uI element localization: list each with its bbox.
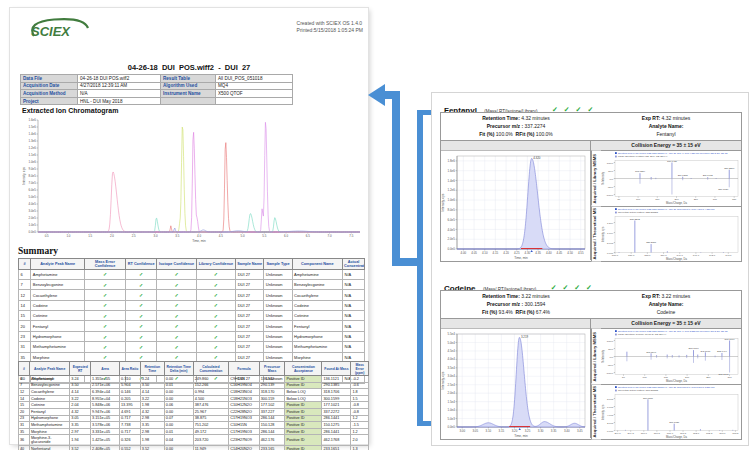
table-cell: ✓ [157,311,196,321]
svg-text:4.40: 4.40 [546,251,552,255]
codeine-library-msms-chart: Spectrum from 04-26-18 DUI POS.wiff2 (sa… [601,329,741,383]
table-cell: C9H13N [229,376,260,383]
table-cell: 4.691 [120,408,141,415]
printed-line: Printed:5/15/2018 1:05:24 PM [297,27,363,34]
table-cell: 14 [19,395,30,402]
table-cell: 1.98 [140,435,164,446]
svg-text:0.0e0: 0.0e0 [448,247,456,251]
svg-text:3.25: 3.25 [525,429,531,433]
table-cell: Morphine [29,428,69,435]
svg-text:5.0e5: 5.0e5 [29,195,37,199]
table-cell: 318.1706 [322,389,351,396]
table-cell: 177.102 [259,402,285,409]
table-cell: 0.01 [164,428,193,435]
svg-text:Library Spectrum: Fentanyl (CE: Library Spectrum: Fentanyl (CE=35.0), CE… [618,155,668,158]
table-cell: 5.904 [120,382,141,389]
report-title: 04-26-18 DUI POS.wiff2 - DUI 27 [10,63,368,72]
svg-text:100%: 100% [607,340,614,343]
table-cell: 0.07 [164,415,193,422]
table-cell: 387.476 [193,402,228,409]
table-cell: N/A [343,279,365,289]
table-cell: Methamphetamine [31,342,85,352]
quant-row: 14Codeine3.228.955e+040.2053.220.004.500… [19,395,369,402]
summary-row: 12Cocaethylene✓✓✓✓DUI 27UnknownCocaethyl… [19,290,365,300]
svg-text:1.4e6: 1.4e6 [448,179,456,183]
table-cell: Benzoylecgonine [31,279,85,289]
svg-text:3.219: 3.219 [521,335,529,339]
svg-text:216.1383: 216.1383 [678,174,689,177]
created-info: Created with SCIEX OS 1.4.0 Printed:5/15… [297,20,363,33]
svg-text:0.5: 0.5 [45,234,49,238]
svg-text:3.00: 3.00 [459,429,465,433]
xic-header-bar [441,319,590,329]
table-cell: 1.5 [351,395,369,402]
table-cell: 0.00 [164,422,193,429]
svg-text:4.50: 4.50 [567,251,573,255]
table-cell: 136.112 [259,376,285,383]
table-cell: ✓ [85,321,126,331]
table-cell: C17H19NO3 [229,415,260,422]
table-cell: 14 [19,300,31,310]
table-cell: ✓ [125,269,156,279]
svg-text:3.0e4: 3.0e4 [448,374,456,378]
table-cell: Cotinine [292,311,343,321]
table-cell: Unknown [264,279,292,289]
svg-text:1.0e5: 1.0e5 [29,223,37,227]
quant-row: 36Morphine-3-glucuronide1.941.425e+050.3… [19,435,369,446]
table-cell: 7.738 [120,422,141,429]
table-cell: DUI 27 [236,342,264,352]
table-cell: 0.552 [120,445,141,450]
svg-text:4.05: 4.05 [471,251,477,255]
table-cell: ✓ [157,321,196,331]
table-cell: 337.227 [259,408,285,415]
info-row: Data File04-26-18 DUI POS.wiff2Result Ta… [21,75,293,83]
svg-text:2.5: 2.5 [132,234,136,238]
rt-label: Retention Time: [482,115,520,121]
svg-text:150: 150 [655,198,660,201]
library-msms-label: Acquired / Library MSMS [591,329,601,384]
column-header: Mass Error Confidence [85,259,126,270]
table-cell: Positive ID [285,408,322,415]
codeine-info: Retention Time: 3.22 minutes Precursor m… [441,291,741,319]
table-cell: -0.6 [351,382,369,389]
table-cell: 0.06 [164,402,193,409]
svg-text:Mass/Charge, Da: Mass/Charge, Da [666,379,687,383]
table-cell: HNL - DUI May 2018 [78,97,161,105]
table-cell: ✓ [85,300,126,310]
svg-text:-100%: -100% [606,194,614,197]
table-cell: Codeine [292,300,343,310]
svg-text:1.6e6: 1.6e6 [29,118,37,122]
table-cell: 20 [19,321,31,331]
table-cell: 0.01 [164,382,193,389]
svg-text:1.3e6: 1.3e6 [29,139,37,143]
table-cell: Positive ID [285,402,322,409]
quant-row: 7Benzoylecgonine3.502.571e+065.9043.500.… [19,382,369,389]
fentanyl-xic-chart: 0.0e02.0e54.0e56.0e58.0e51.0e61.2e61.4e6… [441,151,589,260]
analyte-name-value: Fentanyl [656,131,675,137]
table-cell: X500 QTOF [216,90,293,98]
table-cell: Positive ID [285,415,322,422]
table-cell: 4.32 [140,408,164,415]
screenshot-canvas: SCIEX Created with SCIEX OS 1.4.0 Printe… [0,0,750,450]
table-cell: 3.24 [70,376,91,383]
table-cell: Positive ID [285,422,322,429]
table-cell: DUI 27 [236,331,264,341]
svg-text:350: 350 [732,198,737,201]
table-cell: ✓ [85,331,126,341]
svg-text:1.0e4: 1.0e4 [448,408,456,412]
table-cell: 3.35 [70,422,91,429]
table-cell: 0.146 [120,389,141,396]
svg-text:Intensity, cps: Intensity, cps [22,167,26,185]
table-cell: Unknown [264,300,292,310]
table-cell: Cotinine [29,402,69,409]
summary-row: 14Codeine✓✓✓✓DUI 27UnknownCodeineN/A [19,300,365,310]
analyte-name-label: Analyte Name: [649,301,684,307]
table-cell: C22H28N2O [229,408,260,415]
table-cell: Unknown [264,290,292,300]
table-cell: 0.00 [164,445,193,450]
svg-text:7.5: 7.5 [349,234,353,238]
fentanyl-box: Retention Time: 4.32 minutes Precursor m… [440,112,742,262]
table-cell: 233.165 [259,445,285,450]
table-cell: 286.144 [259,415,285,422]
table-cell: 0.994 [193,389,228,396]
